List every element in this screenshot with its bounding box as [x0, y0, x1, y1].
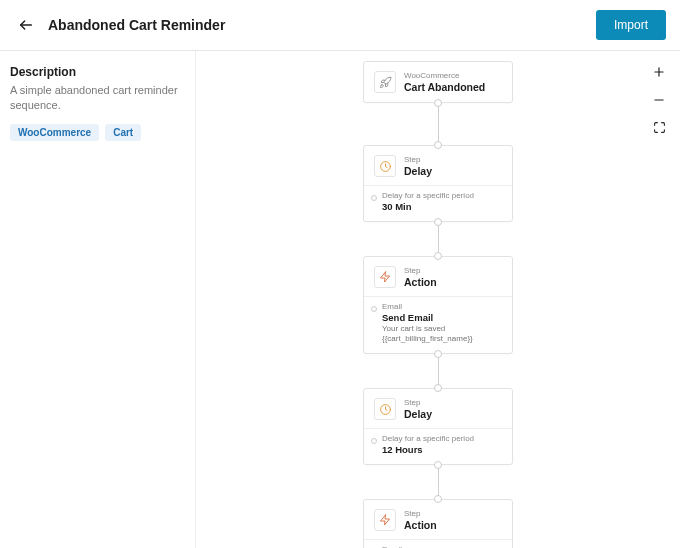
detail-title: Send Email — [382, 312, 502, 323]
detail-label: Delay for a specific period — [382, 434, 502, 443]
canvas[interactable]: WooCommerce Cart Abandoned Step Delay — [196, 51, 680, 548]
import-button[interactable]: Import — [596, 10, 666, 40]
connector — [438, 222, 439, 256]
dot-icon — [371, 438, 377, 444]
fit-view-button[interactable] — [653, 121, 666, 134]
step-overline: Step — [404, 398, 432, 407]
description-text: A simple abandoned cart reminder sequenc… — [10, 83, 185, 114]
bolt-icon — [374, 509, 396, 531]
bolt-icon — [374, 266, 396, 288]
step-overline: Step — [404, 155, 432, 164]
step-card-delay[interactable]: Step Delay Delay for a specific period 1… — [363, 388, 513, 465]
minus-icon — [652, 93, 666, 107]
canvas-controls — [652, 65, 666, 134]
connector — [438, 465, 439, 499]
card-detail: Email Send Email Your cart is saved {{ca… — [374, 296, 502, 344]
head-text: Step Delay — [404, 398, 432, 419]
zoom-in-button[interactable] — [652, 65, 666, 79]
connector — [438, 354, 439, 388]
card-head: WooCommerce Cart Abandoned — [374, 71, 502, 93]
tags: WooCommerce Cart — [10, 124, 185, 141]
step-title: Delay — [404, 408, 432, 420]
detail-label: Email — [382, 302, 502, 311]
step-card-delay[interactable]: Step Delay Delay for a specific period 3… — [363, 145, 513, 222]
plus-icon — [652, 65, 666, 79]
fullscreen-icon — [653, 121, 666, 134]
dot-icon — [371, 195, 377, 201]
page-title: Abandoned Cart Reminder — [48, 17, 225, 33]
rocket-icon — [374, 71, 396, 93]
card-head: Step Delay — [374, 155, 502, 177]
head-text: Step Action — [404, 509, 437, 530]
card-detail: Delay for a specific period 30 Min — [374, 185, 502, 212]
tag-woocommerce[interactable]: WooCommerce — [10, 124, 99, 141]
step-overline: Step — [404, 509, 437, 518]
step-title: Action — [404, 276, 437, 288]
description-heading: Description — [10, 65, 185, 79]
header-bar: Abandoned Cart Reminder Import — [0, 0, 680, 51]
card-detail: Delay for a specific period 12 Hours — [374, 428, 502, 455]
trigger-card[interactable]: WooCommerce Cart Abandoned — [363, 61, 513, 103]
arrow-left-icon — [18, 17, 34, 33]
clock-icon — [374, 398, 396, 420]
header-left: Abandoned Cart Reminder — [14, 13, 225, 37]
step-card-action[interactable]: Step Action Email Send Email Your cart i… — [363, 256, 513, 354]
svg-marker-5 — [381, 272, 390, 282]
card-head: Step Action — [374, 509, 502, 531]
step-overline: Step — [404, 266, 437, 275]
step-card-action[interactable]: Step Action Email Send Email Your cart i… — [363, 499, 513, 548]
detail-title: 30 Min — [382, 201, 502, 212]
trigger-overline: WooCommerce — [404, 71, 485, 80]
card-detail: Email Send Email Your cart is about to e… — [374, 539, 502, 548]
detail-label: Delay for a specific period — [382, 191, 502, 200]
trigger-title: Cart Abandoned — [404, 81, 485, 93]
card-head: Step Delay — [374, 398, 502, 420]
tag-cart[interactable]: Cart — [105, 124, 141, 141]
svg-marker-7 — [381, 515, 390, 525]
card-head: Step Action — [374, 266, 502, 288]
content: Description A simple abandoned cart remi… — [0, 51, 680, 548]
back-button[interactable] — [14, 13, 38, 37]
clock-icon — [374, 155, 396, 177]
head-text: WooCommerce Cart Abandoned — [404, 71, 485, 92]
head-text: Step Delay — [404, 155, 432, 176]
flow: WooCommerce Cart Abandoned Step Delay — [363, 61, 513, 548]
sidebar: Description A simple abandoned cart remi… — [0, 51, 196, 548]
detail-sub: Your cart is saved {{cart_billing_first_… — [382, 324, 502, 344]
step-title: Delay — [404, 165, 432, 177]
step-title: Action — [404, 519, 437, 531]
head-text: Step Action — [404, 266, 437, 287]
zoom-out-button[interactable] — [652, 93, 666, 107]
connector — [438, 103, 439, 145]
detail-title: 12 Hours — [382, 444, 502, 455]
dot-icon — [371, 306, 377, 312]
